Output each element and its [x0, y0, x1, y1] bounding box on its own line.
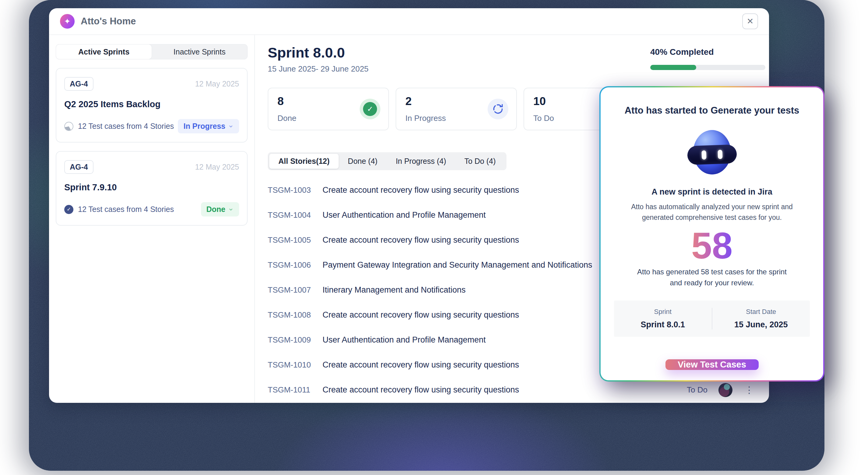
count-caption: Atto has generated 58 test cases for the…: [636, 266, 788, 288]
sprint-filter-tabs: Active Sprints Inactive Sprints: [56, 44, 248, 59]
story-id: TSGM-1011: [268, 385, 316, 394]
story-filter-tab[interactable]: Done (4): [339, 154, 386, 169]
info-column: Start Date 15 June, 2025: [712, 308, 810, 329]
sprint-header: Sprint 8.0.0 15 June 2025- 29 June 2025 …: [268, 45, 765, 74]
story-title: Itinerary Management and Notifications: [322, 285, 466, 295]
story-title: Create account recovery flow using secur…: [322, 185, 519, 195]
info-value: Sprint 8.0.1: [641, 320, 685, 329]
story-id: TSGM-1003: [268, 185, 316, 195]
robot-eye-right: [717, 150, 722, 159]
window-header: ✦ Atto's Home ✕: [49, 8, 769, 35]
sprint-filter-tab[interactable]: Active Sprints: [56, 44, 152, 59]
info-column: Sprint Sprint 8.0.1: [614, 308, 712, 329]
progress-bar-fill: [650, 65, 696, 70]
progress-bar-track: [650, 65, 765, 70]
atto-modal: Atto has started to Generate your tests …: [600, 87, 823, 380]
sprint-card[interactable]: AG-4 12 May 2025 Sprint 7.9.10 ✓ 12 Test…: [56, 151, 248, 226]
story-id: TSGM-1005: [268, 235, 316, 245]
sprint-card-top: AG-4 12 May 2025: [64, 160, 239, 174]
sprint-date: 12 May 2025: [195, 80, 239, 88]
info-label: Sprint: [654, 308, 672, 316]
info-value: 15 June, 2025: [734, 320, 788, 329]
close-icon: ✕: [747, 17, 754, 26]
completion-label: 40% Completed: [650, 47, 765, 57]
sprint-card-meta-row: 12 Test cases from 4 Stories In Progress: [64, 119, 239, 133]
sprint-status-label: Done: [207, 205, 226, 214]
story-status: To Do: [687, 385, 708, 394]
assignee-avatar[interactable]: [718, 383, 733, 397]
completion-block: 40% Completed: [650, 45, 765, 70]
story-id: TSGM-1009: [268, 335, 316, 345]
sprint-meta-text: 12 Test cases from 4 Stories: [78, 122, 174, 131]
kebab-menu-icon[interactable]: ⋮: [743, 384, 755, 396]
story-title: Payment Gateway Integration and Security…: [322, 260, 592, 270]
sprint-date: 12 May 2025: [195, 163, 239, 171]
story-filter-tab[interactable]: In Progress (4): [386, 154, 455, 169]
sprint-status-dropdown[interactable]: Done: [201, 202, 239, 217]
sprint-key-badge: AG-4: [64, 160, 93, 174]
story-id: TSGM-1007: [268, 285, 316, 295]
chevron-down-icon: [228, 207, 234, 212]
sprint-meta-text: 12 Test cases from 4 Stories: [78, 205, 174, 214]
sidebar: Active Sprints Inactive Sprints AG-4 12 …: [49, 35, 255, 403]
story-id: TSGM-1010: [268, 360, 316, 370]
story-filter-tabs: All Stories(12) Done (4) In Progress (4)…: [268, 152, 506, 170]
done-check-icon: ✓: [360, 99, 380, 119]
robot-visor: [687, 144, 737, 165]
story-title: Create account recovery flow using secur…: [322, 235, 519, 245]
test-case-count: 58: [691, 226, 733, 265]
story-id: TSGM-1006: [268, 260, 316, 270]
info-label: Start Date: [746, 308, 776, 316]
pie-chart-icon: [64, 122, 73, 131]
sprint-card-title: Q2 2025 Items Backlog: [64, 99, 239, 109]
stat-card: 8 Done ✓: [268, 88, 389, 130]
story-filter-tab[interactable]: To Do (4): [455, 154, 505, 169]
story-title: Create account recovery flow using secur…: [322, 360, 519, 370]
sprint-card-top: AG-4 12 May 2025: [64, 77, 239, 91]
close-button[interactable]: ✕: [742, 13, 758, 29]
sprint-key-badge: AG-4: [64, 77, 93, 91]
view-test-cases-button[interactable]: View Test Cases: [665, 359, 759, 370]
modal-title: Atto has started to Generate your tests: [625, 105, 800, 116]
chevron-down-icon: [228, 124, 234, 129]
modal-subtitle: A new sprint is detected in Jira: [651, 187, 772, 197]
modal-description: Atto has automatically analyzed your new…: [622, 201, 802, 223]
story-title: Create account recovery flow using secur…: [322, 310, 519, 320]
check-circle-icon: ✓: [64, 205, 73, 214]
sprint-card[interactable]: AG-4 12 May 2025 Q2 2025 Items Backlog 1…: [56, 68, 248, 142]
story-id: TSGM-1004: [268, 211, 316, 220]
sprint-card-meta-row: ✓ 12 Test cases from 4 Stories Done: [64, 202, 239, 217]
sprint-date-range: 15 June 2025- 29 June 2025: [268, 64, 369, 74]
sprint-header-left: Sprint 8.0.0 15 June 2025- 29 June 2025: [268, 45, 369, 74]
sprint-status-dropdown[interactable]: In Progress: [178, 119, 239, 133]
story-title: User Authentication and Profile Manageme…: [322, 211, 486, 220]
story-title: Create account recovery flow using secur…: [322, 385, 519, 394]
story-title: User Authentication and Profile Manageme…: [322, 335, 486, 345]
story-row-controls: To Do ⋮: [687, 383, 755, 397]
sprint-info-panel: Sprint Sprint 8.0.1 Start Date 15 June, …: [614, 300, 810, 337]
story-id: TSGM-1008: [268, 310, 316, 320]
in-progress-refresh-icon: [488, 99, 508, 119]
stat-card: 2 In Progress: [396, 88, 517, 130]
atto-modal-gradient-frame: Atto has started to Generate your tests …: [599, 86, 825, 382]
page-title: Sprint 8.0.0: [268, 45, 369, 61]
sprint-card-title: Sprint 7.9.10: [64, 182, 239, 192]
sprint-card-list: AG-4 12 May 2025 Q2 2025 Items Backlog 1…: [56, 68, 248, 226]
atto-logo-icon: ✦: [60, 14, 74, 29]
robot-eye-left: [702, 150, 706, 160]
story-filter-tab[interactable]: All Stories(12): [269, 154, 339, 169]
window-title: Atto's Home: [81, 16, 136, 27]
sprint-filter-tab[interactable]: Inactive Sprints: [152, 44, 247, 59]
sprint-status-label: In Progress: [183, 122, 225, 131]
atto-robot-icon: [689, 129, 735, 175]
